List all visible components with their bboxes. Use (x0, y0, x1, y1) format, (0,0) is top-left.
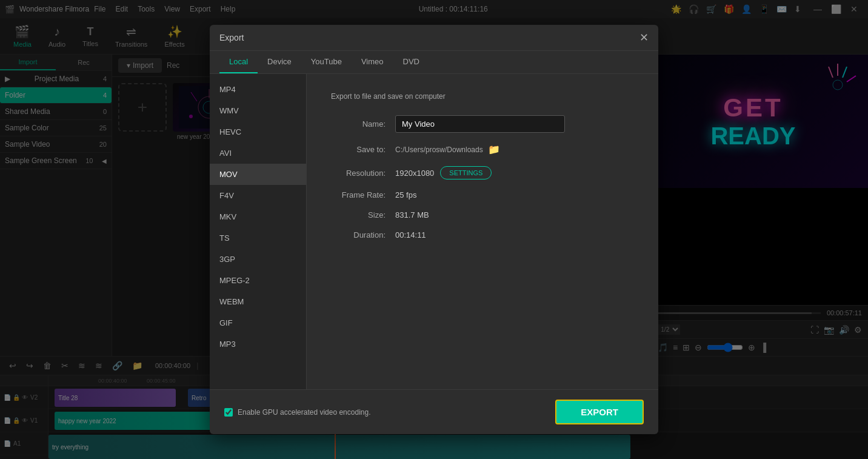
format-mp3[interactable]: MP3 (210, 333, 306, 355)
duration-label: Duration: (331, 230, 386, 240)
resolution-label: Resolution: (331, 169, 386, 178)
gpu-label: Enable GPU accelerated video encoding. (238, 408, 370, 417)
format-mpeg2[interactable]: MPEG-2 (210, 270, 306, 291)
format-3gp[interactable]: 3GP (210, 249, 306, 270)
size-label: Size: (331, 210, 386, 219)
resolution-value: 1920x1080 (395, 169, 434, 178)
dialog-footer: Enable GPU accelerated video encoding. E… (210, 389, 658, 434)
dialog-close-button[interactable]: ✕ (639, 32, 649, 43)
format-f4v[interactable]: F4V (210, 185, 306, 206)
name-row: Name: (331, 115, 634, 133)
settings-button[interactable]: SETTINGS (440, 166, 492, 179)
frame-rate-value: 25 fps (395, 190, 416, 199)
frame-rate-row: Frame Rate: 25 fps (331, 190, 634, 199)
export-dialog: Export ✕ Local Device YouTube Vimeo DVD … (210, 25, 658, 434)
name-input[interactable] (395, 115, 565, 133)
save-to-label: Save to: (331, 145, 386, 154)
browse-folder-button[interactable]: 📁 (488, 144, 500, 155)
duration-value: 00:14:11 (395, 230, 426, 240)
format-list: MP4 WMV HEVC AVI MOV F4V MKV TS 3GP MPEG… (210, 74, 307, 389)
dialog-tab-youtube[interactable]: YouTube (301, 51, 352, 73)
dialog-tab-local[interactable]: Local (219, 51, 258, 73)
format-gif[interactable]: GIF (210, 312, 306, 333)
dialog-tab-vimeo[interactable]: Vimeo (352, 51, 393, 73)
format-hevc[interactable]: HEVC (210, 121, 306, 142)
format-webm[interactable]: WEBM (210, 291, 306, 312)
name-label: Name: (331, 119, 386, 129)
save-to-row: Save to: C:/Users/prosw/Downloads 📁 (331, 144, 634, 155)
resolution-value-row: 1920x1080 SETTINGS (395, 166, 634, 179)
export-dialog-overlay: Export ✕ Local Device YouTube Vimeo DVD … (0, 0, 868, 459)
format-mp4[interactable]: MP4 (210, 79, 306, 100)
gpu-checkbox[interactable] (224, 408, 233, 417)
format-mov[interactable]: MOV (210, 164, 306, 185)
dialog-tab-device[interactable]: Device (258, 51, 301, 73)
size-row: Size: 831.7 MB (331, 210, 634, 219)
dialog-header: Export ✕ (210, 25, 658, 51)
format-wmv[interactable]: WMV (210, 100, 306, 121)
format-mkv[interactable]: MKV (210, 206, 306, 227)
dialog-body: MP4 WMV HEVC AVI MOV F4V MKV TS 3GP MPEG… (210, 74, 658, 389)
format-avi[interactable]: AVI (210, 142, 306, 164)
save-to-value: C:/Users/prosw/Downloads 📁 (395, 144, 634, 155)
frame-rate-label: Frame Rate: (331, 190, 386, 199)
gpu-check-row: Enable GPU accelerated video encoding. (224, 408, 370, 417)
size-value: 831.7 MB (395, 210, 429, 219)
resolution-row: Resolution: 1920x1080 SETTINGS (331, 166, 634, 179)
dialog-title: Export (219, 33, 244, 42)
duration-row: Duration: 00:14:11 (331, 230, 634, 240)
dialog-tabs: Local Device YouTube Vimeo DVD (210, 51, 658, 74)
dialog-tab-dvd[interactable]: DVD (393, 51, 429, 73)
format-ts[interactable]: TS (210, 227, 306, 249)
export-description: Export to file and save on computer (331, 92, 634, 101)
export-main-button[interactable]: EXPORT (555, 400, 644, 424)
export-settings: Export to file and save on computer Name… (307, 74, 658, 389)
name-value (395, 115, 634, 133)
save-path: C:/Users/prosw/Downloads (395, 146, 483, 154)
